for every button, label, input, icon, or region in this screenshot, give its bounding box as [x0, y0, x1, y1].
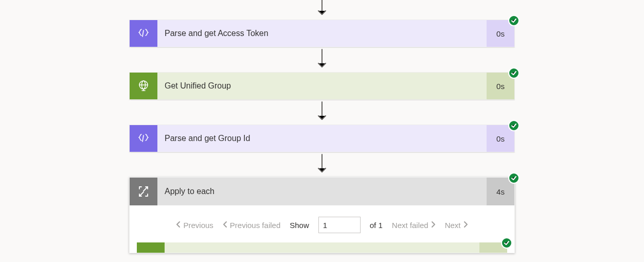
- svg-line-9: [142, 135, 144, 142]
- flow-run-canvas: Parse and get Access Token 0s: [0, 0, 644, 262]
- status-success-icon: [501, 237, 512, 249]
- page-input[interactable]: [318, 217, 361, 233]
- inner-step[interactable]: [137, 242, 507, 253]
- loop-icon: [130, 178, 157, 205]
- step-title: Get Unified Group: [157, 73, 487, 99]
- previous-button[interactable]: Previous: [176, 221, 213, 230]
- connector-arrow: [129, 47, 515, 72]
- chevron-left-icon: [176, 221, 181, 230]
- next-label: Next: [445, 221, 461, 230]
- globe-icon: [137, 242, 165, 253]
- iteration-pager: Previous Previous failed Show of 1 Next …: [137, 213, 507, 242]
- next-failed-button[interactable]: Next failed: [392, 221, 436, 230]
- previous-failed-button[interactable]: Previous failed: [223, 221, 280, 230]
- next-button[interactable]: Next: [445, 221, 468, 230]
- connector-arrow: [129, 100, 515, 125]
- previous-failed-label: Previous failed: [230, 221, 280, 230]
- code-icon: [130, 20, 157, 47]
- step-title: Parse and get Group Id: [157, 125, 487, 152]
- step-title: [165, 242, 479, 253]
- step-parse-group-id[interactable]: Parse and get Group Id 0s: [129, 125, 515, 152]
- status-success-icon: [508, 120, 520, 131]
- page-total: of 1: [370, 221, 383, 230]
- connector-arrow: [129, 152, 515, 177]
- step-get-unified-group[interactable]: Get Unified Group 0s: [129, 72, 515, 100]
- next-failed-label: Next failed: [392, 221, 428, 230]
- step-parse-access-token[interactable]: Parse and get Access Token 0s: [129, 20, 515, 47]
- connector-arrow: [129, 0, 515, 20]
- previous-label: Previous: [183, 221, 213, 230]
- chevron-right-icon: [431, 221, 436, 230]
- chevron-right-icon: [463, 221, 468, 230]
- scope-header[interactable]: Apply to each 4s: [130, 178, 514, 205]
- svg-line-1: [142, 30, 144, 37]
- status-success-icon: [508, 67, 520, 79]
- step-title: Apply to each: [157, 178, 487, 205]
- status-success-icon: [508, 172, 520, 184]
- globe-icon: [130, 73, 157, 99]
- status-success-icon: [508, 15, 520, 26]
- chevron-left-icon: [223, 221, 228, 230]
- scope-body: Previous Previous failed Show of 1 Next …: [130, 205, 514, 253]
- step-title: Parse and get Access Token: [157, 20, 487, 47]
- show-label: Show: [290, 221, 309, 230]
- step-apply-to-each[interactable]: Apply to each 4s Previous: [129, 177, 515, 253]
- flow-column: Parse and get Access Token 0s: [129, 0, 515, 253]
- code-icon: [130, 125, 157, 152]
